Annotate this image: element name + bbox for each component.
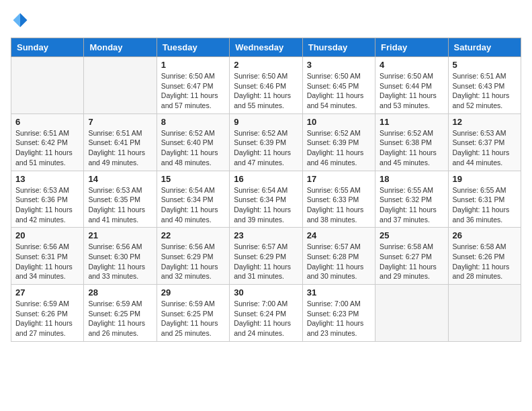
day-info: Sunrise: 6:57 AM Sunset: 6:28 PM Dayligh… [307,242,371,281]
day-number: 5 [453,60,517,70]
logo [11,11,32,30]
day-info: Sunrise: 6:52 AM Sunset: 6:39 PM Dayligh… [234,128,298,168]
weekday-header-tuesday: Tuesday [157,38,229,57]
day-info: Sunrise: 6:50 AM Sunset: 6:46 PM Dayligh… [234,71,298,111]
day-number: 24 [307,230,371,240]
calendar-table: SundayMondayTuesdayWednesdayThursdayFrid… [11,38,521,342]
day-info: Sunrise: 6:51 AM Sunset: 6:41 PM Dayligh… [88,128,152,168]
day-number: 23 [234,230,298,240]
day-info: Sunrise: 6:56 AM Sunset: 6:31 PM Dayligh… [15,242,79,281]
day-number: 8 [161,117,225,127]
calendar-cell: 8Sunrise: 6:52 AM Sunset: 6:40 PM Daylig… [157,113,229,171]
day-number: 21 [88,230,152,240]
day-number: 9 [234,117,298,127]
calendar-cell: 1Sunrise: 6:50 AM Sunset: 6:47 PM Daylig… [157,57,229,114]
day-number: 16 [234,174,298,184]
calendar-week-row: 13Sunrise: 6:53 AM Sunset: 6:36 PM Dayli… [11,171,521,228]
weekday-header-friday: Friday [375,38,448,57]
day-number: 17 [307,174,371,184]
calendar-cell: 12Sunrise: 6:53 AM Sunset: 6:37 PM Dayli… [448,113,521,171]
day-number: 22 [161,230,225,240]
weekday-header-monday: Monday [84,38,157,57]
calendar-cell: 25Sunrise: 6:58 AM Sunset: 6:27 PM Dayli… [375,228,448,285]
day-number: 12 [453,117,517,127]
day-number: 28 [88,287,152,298]
calendar-cell [11,57,84,114]
calendar-cell: 17Sunrise: 6:55 AM Sunset: 6:33 PM Dayli… [302,171,375,228]
day-number: 2 [234,60,298,70]
page-header [11,11,521,30]
day-info: Sunrise: 6:55 AM Sunset: 6:33 PM Dayligh… [307,185,371,225]
day-number: 27 [15,287,79,298]
day-number: 4 [380,60,443,70]
day-info: Sunrise: 6:50 AM Sunset: 6:45 PM Dayligh… [307,71,371,111]
calendar-cell: 13Sunrise: 6:53 AM Sunset: 6:36 PM Dayli… [11,171,84,228]
calendar-cell: 20Sunrise: 6:56 AM Sunset: 6:31 PM Dayli… [11,228,84,285]
day-info: Sunrise: 6:52 AM Sunset: 6:40 PM Dayligh… [161,128,225,168]
calendar-cell: 26Sunrise: 6:58 AM Sunset: 6:26 PM Dayli… [448,228,521,285]
day-number: 26 [453,230,517,240]
calendar-cell: 11Sunrise: 6:52 AM Sunset: 6:38 PM Dayli… [375,113,448,171]
calendar-cell: 28Sunrise: 6:59 AM Sunset: 6:25 PM Dayli… [84,285,157,342]
day-info: Sunrise: 6:52 AM Sunset: 6:38 PM Dayligh… [380,128,443,168]
logo-icon [11,11,30,30]
day-number: 7 [88,117,152,127]
weekday-header-thursday: Thursday [302,38,375,57]
calendar-cell: 22Sunrise: 6:56 AM Sunset: 6:29 PM Dayli… [157,228,229,285]
day-number: 25 [380,230,443,240]
calendar-header-row: SundayMondayTuesdayWednesdayThursdayFrid… [11,38,521,57]
svg-marker-1 [13,13,21,28]
weekday-header-sunday: Sunday [11,38,84,57]
calendar-cell [448,285,521,342]
calendar-cell: 19Sunrise: 6:55 AM Sunset: 6:31 PM Dayli… [448,171,521,228]
day-info: Sunrise: 6:50 AM Sunset: 6:47 PM Dayligh… [161,71,225,111]
calendar-cell: 29Sunrise: 6:59 AM Sunset: 6:25 PM Dayli… [157,285,229,342]
calendar-week-row: 27Sunrise: 6:59 AM Sunset: 6:26 PM Dayli… [11,285,521,342]
day-number: 30 [234,287,298,298]
calendar-cell: 10Sunrise: 6:52 AM Sunset: 6:39 PM Dayli… [302,113,375,171]
day-info: Sunrise: 6:58 AM Sunset: 6:27 PM Dayligh… [380,242,443,281]
day-info: Sunrise: 6:51 AM Sunset: 6:42 PM Dayligh… [15,128,79,168]
day-number: 31 [307,287,371,298]
calendar-cell: 9Sunrise: 6:52 AM Sunset: 6:39 PM Daylig… [230,113,302,171]
day-info: Sunrise: 6:52 AM Sunset: 6:39 PM Dayligh… [307,128,371,168]
calendar-cell: 31Sunrise: 7:00 AM Sunset: 6:23 PM Dayli… [302,285,375,342]
weekday-header-wednesday: Wednesday [230,38,302,57]
calendar-cell: 23Sunrise: 6:57 AM Sunset: 6:29 PM Dayli… [230,228,302,285]
day-info: Sunrise: 6:54 AM Sunset: 6:34 PM Dayligh… [161,185,225,225]
day-info: Sunrise: 6:53 AM Sunset: 6:35 PM Dayligh… [88,185,152,225]
day-number: 20 [15,230,79,240]
day-info: Sunrise: 6:51 AM Sunset: 6:43 PM Dayligh… [453,71,517,111]
calendar-week-row: 1Sunrise: 6:50 AM Sunset: 6:47 PM Daylig… [11,57,521,114]
day-info: Sunrise: 6:50 AM Sunset: 6:44 PM Dayligh… [380,71,443,111]
calendar-cell: 21Sunrise: 6:56 AM Sunset: 6:30 PM Dayli… [84,228,157,285]
calendar-cell: 7Sunrise: 6:51 AM Sunset: 6:41 PM Daylig… [84,113,157,171]
calendar-cell [84,57,157,114]
day-info: Sunrise: 6:55 AM Sunset: 6:32 PM Dayligh… [380,185,443,225]
day-info: Sunrise: 6:56 AM Sunset: 6:29 PM Dayligh… [161,242,225,281]
day-info: Sunrise: 6:54 AM Sunset: 6:34 PM Dayligh… [234,185,298,225]
day-number: 15 [161,174,225,184]
day-info: Sunrise: 6:59 AM Sunset: 6:26 PM Dayligh… [15,299,79,338]
day-number: 29 [161,287,225,298]
day-number: 10 [307,117,371,127]
day-info: Sunrise: 6:55 AM Sunset: 6:31 PM Dayligh… [453,185,517,225]
calendar-week-row: 6Sunrise: 6:51 AM Sunset: 6:42 PM Daylig… [11,113,521,171]
calendar-cell: 14Sunrise: 6:53 AM Sunset: 6:35 PM Dayli… [84,171,157,228]
day-number: 13 [15,174,79,184]
day-info: Sunrise: 6:59 AM Sunset: 6:25 PM Dayligh… [161,299,225,338]
day-info: Sunrise: 6:59 AM Sunset: 6:25 PM Dayligh… [88,299,152,338]
day-number: 14 [88,174,152,184]
calendar-cell: 27Sunrise: 6:59 AM Sunset: 6:26 PM Dayli… [11,285,84,342]
calendar-cell: 24Sunrise: 6:57 AM Sunset: 6:28 PM Dayli… [302,228,375,285]
day-number: 6 [15,117,79,127]
calendar-cell: 3Sunrise: 6:50 AM Sunset: 6:45 PM Daylig… [302,57,375,114]
day-number: 11 [380,117,443,127]
day-info: Sunrise: 6:53 AM Sunset: 6:37 PM Dayligh… [453,128,517,168]
calendar-cell: 5Sunrise: 6:51 AM Sunset: 6:43 PM Daylig… [448,57,521,114]
day-info: Sunrise: 6:56 AM Sunset: 6:30 PM Dayligh… [88,242,152,281]
day-number: 19 [453,174,517,184]
weekday-header-saturday: Saturday [448,38,521,57]
day-info: Sunrise: 7:00 AM Sunset: 6:24 PM Dayligh… [234,299,298,338]
day-info: Sunrise: 7:00 AM Sunset: 6:23 PM Dayligh… [307,299,371,338]
